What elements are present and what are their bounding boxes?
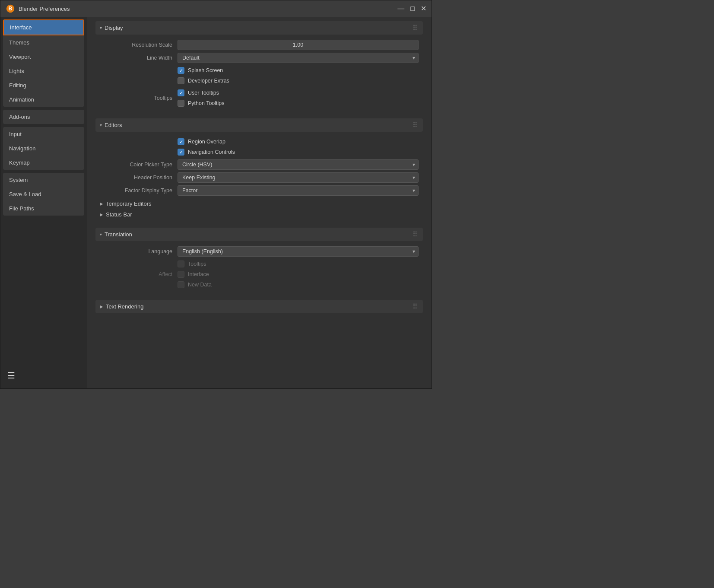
status-bar-label: Status Bar	[106, 211, 132, 218]
affect-tooltips-checkbox[interactable]	[178, 261, 184, 267]
line-width-row: Line Width Thin Default Thick	[95, 53, 423, 63]
temporary-editors-chevron-icon: ▶	[100, 201, 103, 206]
language-select[interactable]: English (English) French (Français) Germ…	[178, 246, 419, 257]
sidebar-item-viewport[interactable]: Viewport	[3, 50, 84, 64]
status-bar-chevron-icon: ▶	[100, 212, 103, 217]
factor-display-row: Factor Display Type Factor Percentage	[95, 185, 423, 196]
line-width-control: Thin Default Thick	[178, 53, 419, 63]
python-tooltips-row: Python Tooltips	[178, 99, 419, 108]
user-tooltips-checkbox[interactable]: ✓	[178, 89, 184, 96]
affect-new-data-row: New Data	[178, 280, 419, 289]
sidebar: Interface Themes Viewport Lights Editing…	[0, 17, 87, 388]
header-position-row: Header Position Keep Existing Top Bottom	[95, 172, 423, 183]
titlebar-left: B Blender Preferences	[6, 4, 70, 13]
text-rendering-section-header[interactable]: ▶ Text Rendering ⠿	[95, 300, 423, 313]
header-position-control: Keep Existing Top Bottom	[178, 172, 419, 183]
display-section-body: Resolution Scale Line Width Thin Default	[95, 37, 423, 115]
developer-extras-row: Developer Extras	[178, 76, 419, 86]
resolution-scale-control	[178, 40, 419, 50]
maximize-button[interactable]: □	[410, 5, 415, 12]
editors-section: ▾ Editors ⠿ ✓ Region Overlap	[95, 118, 423, 224]
resolution-scale-input[interactable]	[178, 40, 419, 50]
titlebar: B Blender Preferences — □ ✕	[0, 0, 432, 17]
sidebar-item-input[interactable]: Input	[3, 127, 84, 141]
translation-section-body: Language English (English) French (Franç…	[95, 244, 423, 296]
translation-section-dots-icon: ⠿	[413, 230, 419, 238]
developer-extras-checkbox[interactable]	[178, 77, 184, 84]
sidebar-item-save-load[interactable]: Save & Load	[3, 187, 84, 201]
header-position-label: Header Position	[100, 175, 178, 181]
sidebar-group-main: Interface Themes Viewport Lights Editing…	[3, 19, 84, 107]
splash-screen-row: ✓ Splash Screen	[178, 66, 419, 75]
editors-checkboxes-row: ✓ Region Overlap ✓ Navigation Controls	[95, 137, 423, 157]
svg-text:B: B	[9, 6, 13, 12]
affect-tooltips-label: Tooltips	[188, 261, 206, 267]
editors-checkboxes: ✓ Region Overlap ✓ Navigation Controls	[178, 137, 419, 157]
sidebar-item-system[interactable]: System	[3, 173, 84, 187]
affect-tooltips-row: Tooltips	[178, 259, 419, 269]
translation-section: ▾ Translation ⠿ Language English (Englis…	[95, 228, 423, 296]
sidebar-bottom: ☰	[3, 365, 84, 386]
temporary-editors-header[interactable]: ▶ Temporary Editors	[95, 198, 423, 209]
affect-interface-row: Interface	[178, 270, 419, 279]
text-rendering-chevron-icon: ▶	[100, 304, 103, 309]
color-picker-label: Color Picker Type	[100, 162, 178, 168]
affect-checkboxes: Tooltips Interface New Data	[178, 259, 419, 289]
sidebar-item-add-ons[interactable]: Add-ons	[3, 110, 84, 124]
sidebar-item-keymap[interactable]: Keymap	[3, 156, 84, 170]
editors-section-header[interactable]: ▾ Editors ⠿	[95, 118, 423, 132]
region-overlap-label: Region Overlap	[188, 139, 225, 145]
sidebar-item-editing[interactable]: Editing	[3, 78, 84, 92]
header-position-select[interactable]: Keep Existing Top Bottom	[178, 172, 419, 183]
sidebar-item-file-paths[interactable]: File Paths	[3, 201, 84, 216]
factor-display-select[interactable]: Factor Percentage	[178, 185, 419, 196]
sidebar-group-system: System Save & Load File Paths	[3, 173, 84, 216]
blender-logo-icon: B	[6, 4, 15, 13]
sidebar-item-themes[interactable]: Themes	[3, 35, 84, 50]
tooltips-row: Tooltips ✓ User Tooltips Python Tooltips	[95, 88, 423, 108]
color-picker-control: Circle (HSV) Circle (HSL) Square (SV + H…	[178, 159, 419, 170]
language-row: Language English (English) French (Franç…	[95, 246, 423, 257]
language-label: Language	[100, 248, 178, 254]
affect-row: Affect Tooltips Interface	[95, 259, 423, 289]
display-section-header[interactable]: ▾ Display ⠿	[95, 21, 423, 35]
minimize-button[interactable]: —	[397, 5, 404, 12]
factor-display-label: Factor Display Type	[100, 188, 178, 194]
sidebar-item-lights[interactable]: Lights	[3, 64, 84, 78]
color-picker-select[interactable]: Circle (HSV) Circle (HSL) Square (SV + H…	[178, 159, 419, 170]
translation-section-header[interactable]: ▾ Translation ⠿	[95, 228, 423, 241]
resolution-scale-label: Resolution Scale	[100, 42, 178, 48]
developer-extras-label: Developer Extras	[188, 78, 229, 84]
affect-new-data-checkbox[interactable]	[178, 281, 184, 288]
python-tooltips-checkbox[interactable]	[178, 100, 184, 107]
splash-screen-checkbox[interactable]: ✓	[178, 67, 184, 74]
sidebar-item-animation[interactable]: Animation	[3, 92, 84, 107]
color-picker-row: Color Picker Type Circle (HSV) Circle (H…	[95, 159, 423, 170]
line-width-select[interactable]: Thin Default Thick	[178, 53, 419, 63]
region-overlap-checkbox[interactable]: ✓	[178, 138, 184, 145]
text-rendering-section-title: Text Rendering	[106, 303, 143, 310]
window-title: Blender Preferences	[19, 6, 70, 12]
sidebar-item-navigation[interactable]: Navigation	[3, 141, 84, 156]
affect-interface-checkbox[interactable]	[178, 271, 184, 278]
user-tooltips-label: User Tooltips	[188, 90, 219, 96]
sidebar-item-interface[interactable]: Interface	[3, 19, 84, 35]
user-tooltips-row: ✓ User Tooltips	[178, 88, 419, 98]
close-button[interactable]: ✕	[421, 5, 426, 12]
translation-section-title: Translation	[105, 231, 132, 238]
hamburger-menu-button[interactable]: ☰	[6, 369, 17, 382]
display-section: ▾ Display ⠿ Resolution Scale	[95, 21, 423, 115]
window-controls: — □ ✕	[397, 5, 426, 12]
tooltips-label: Tooltips	[100, 95, 178, 101]
affect-interface-label: Interface	[188, 271, 209, 277]
editors-section-body: ✓ Region Overlap ✓ Navigation Controls C…	[95, 134, 423, 224]
navigation-controls-checkbox[interactable]: ✓	[178, 149, 184, 156]
resolution-scale-row: Resolution Scale	[95, 40, 423, 50]
text-rendering-section: ▶ Text Rendering ⠿	[95, 300, 423, 313]
temporary-editors-label: Temporary Editors	[106, 200, 151, 207]
tooltips-checkboxes: ✓ User Tooltips Python Tooltips	[178, 88, 419, 108]
status-bar-header[interactable]: ▶ Status Bar	[95, 209, 423, 220]
region-overlap-row: ✓ Region Overlap	[178, 137, 419, 146]
language-control: English (English) French (Français) Germ…	[178, 246, 419, 257]
display-checkboxes-row: ✓ Splash Screen Developer Extras	[95, 66, 423, 86]
